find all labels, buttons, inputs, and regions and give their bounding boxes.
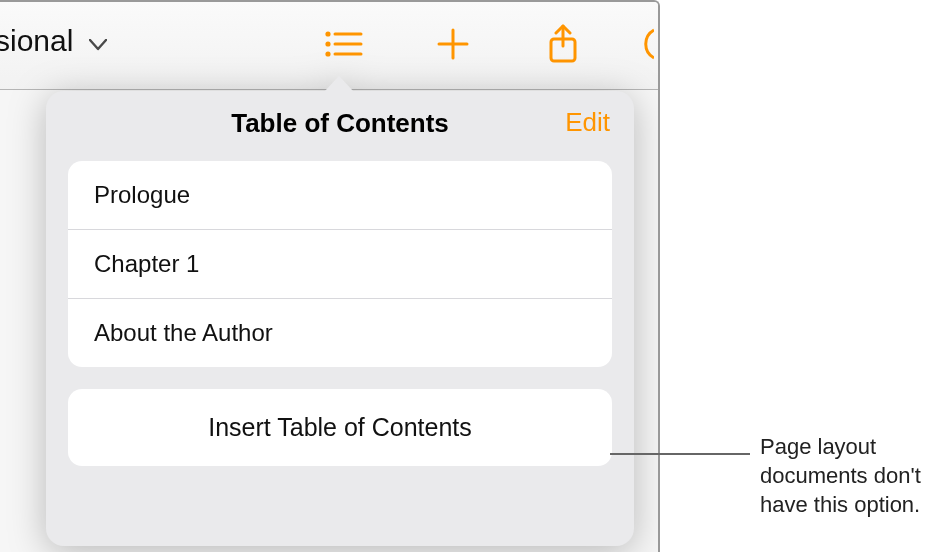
svg-point-2	[325, 41, 330, 46]
callout-text: Page layout documents don't have this op…	[760, 432, 940, 519]
circle-icon	[618, 26, 654, 66]
edit-button[interactable]: Edit	[565, 107, 610, 138]
svg-point-4	[325, 51, 330, 56]
toc-item-label: Prologue	[94, 181, 190, 208]
paragraph-style-select[interactable]: ssional	[0, 24, 107, 58]
popover-arrow	[324, 76, 354, 92]
toc-item-chapter1[interactable]: Chapter 1	[68, 230, 612, 299]
share-icon	[547, 24, 579, 68]
toc-item-prologue[interactable]: Prologue	[68, 161, 612, 230]
insert-toc-button[interactable]: Insert Table of Contents	[68, 389, 612, 466]
toc-list: Prologue Chapter 1 About the Author	[68, 161, 612, 367]
svg-point-0	[325, 31, 330, 36]
popover-title: Table of Contents	[231, 108, 449, 139]
toc-item-about-author[interactable]: About the Author	[68, 299, 612, 367]
callout-leader-line	[610, 453, 750, 455]
app-window: ssional	[0, 0, 660, 552]
toc-popover: Table of Contents Edit Prologue Chapter …	[46, 76, 634, 546]
list-icon	[323, 29, 363, 63]
paragraph-style-label: ssional	[0, 24, 73, 58]
toc-item-label: About the Author	[94, 319, 273, 346]
toc-item-label: Chapter 1	[94, 250, 199, 277]
chevron-down-icon	[89, 39, 107, 49]
plus-icon	[436, 27, 470, 65]
insert-toc-label: Insert Table of Contents	[208, 413, 472, 441]
popover-header: Table of Contents Edit	[46, 91, 634, 155]
